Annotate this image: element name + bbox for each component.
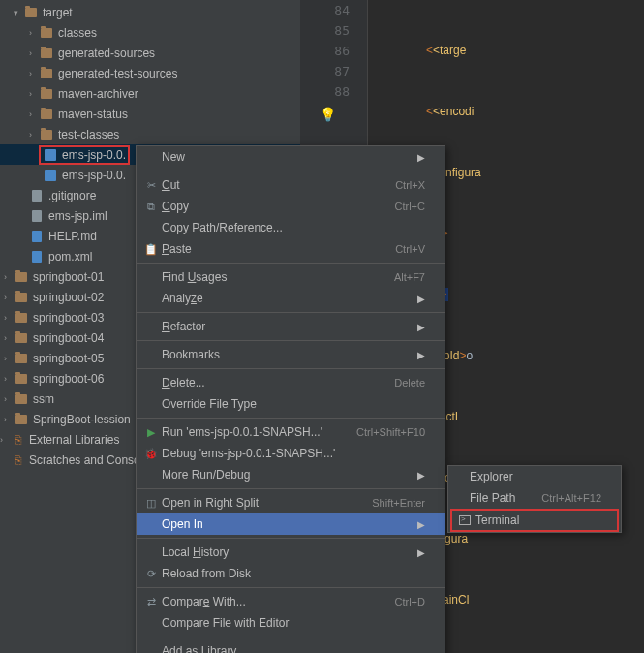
reload-icon: ⟳ bbox=[142, 568, 160, 580]
cut-icon: ✂ bbox=[142, 179, 160, 192]
tree-label: target bbox=[43, 6, 73, 19]
menu-run[interactable]: ▶Run 'ems-jsp-0.0.1-SNAPSH...'Ctrl+Shift… bbox=[137, 421, 445, 443]
line-number: 88 bbox=[300, 81, 367, 102]
menu-separator bbox=[137, 368, 445, 369]
menu-open-right-split[interactable]: ◫Open in Right SplitShift+Enter bbox=[137, 492, 445, 513]
file-icon bbox=[32, 190, 42, 202]
compare-icon: ⇄ bbox=[142, 596, 160, 608]
tree-label: HELP.md bbox=[48, 230, 97, 243]
tree-label: springboot-04 bbox=[33, 331, 104, 345]
debug-icon: 🐞 bbox=[142, 448, 160, 460]
menu-separator bbox=[137, 171, 445, 171]
menu-separator bbox=[137, 587, 445, 588]
menu-debug[interactable]: 🐞Debug 'ems-jsp-0.0.1-SNAPSH...' bbox=[137, 443, 445, 464]
tree-label: maven-status bbox=[58, 108, 128, 121]
menu-paste[interactable]: 📋PasteCtrl+V bbox=[137, 238, 445, 260]
menu-compare-with[interactable]: ⇄Compare With...Ctrl+D bbox=[137, 591, 445, 612]
tree-folder-test-classes[interactable]: ›test-classes bbox=[0, 124, 300, 144]
jar-icon bbox=[45, 149, 56, 161]
menu-separator bbox=[137, 312, 445, 313]
menu-separator bbox=[137, 418, 445, 419]
menu-reload-from-disk[interactable]: ⟳Reload from Disk bbox=[137, 563, 445, 584]
terminal-icon bbox=[459, 515, 471, 525]
menu-refactor[interactable]: Refactor▶ bbox=[137, 316, 445, 337]
line-number: 86 bbox=[300, 41, 367, 61]
tree-label: springboot-05 bbox=[33, 352, 104, 365]
tree-label: Scratches and Console bbox=[29, 453, 149, 467]
module-icon bbox=[15, 374, 27, 384]
module-icon bbox=[15, 333, 27, 343]
menu-add-as-library[interactable]: Add as Library... bbox=[137, 640, 445, 653]
line-number: 84 bbox=[300, 0, 367, 20]
module-icon bbox=[15, 293, 27, 302]
open-in-submenu: Explorer File PathCtrl+Alt+F12 Terminal bbox=[447, 465, 622, 533]
intention-bulb-icon[interactable]: 💡 bbox=[320, 107, 336, 122]
tree-label: ems-jsp-0.0. bbox=[62, 148, 126, 162]
module-icon bbox=[15, 354, 27, 363]
maven-icon bbox=[32, 251, 42, 263]
menu-bookmarks[interactable]: Bookmarks▶ bbox=[137, 344, 445, 365]
tree-label: SpringBoot-lession bbox=[33, 413, 131, 426]
menu-separator bbox=[137, 488, 445, 489]
tree-label: generated-sources bbox=[58, 47, 155, 60]
submenu-terminal[interactable]: Terminal bbox=[452, 511, 617, 530]
menu-more-run-debug[interactable]: More Run/Debug▶ bbox=[137, 464, 445, 485]
tree-label: pom.xml bbox=[48, 250, 92, 264]
tree-label: generated-test-sources bbox=[58, 67, 177, 80]
tree-folder-maven-status[interactable]: ›maven-status bbox=[0, 104, 300, 124]
tree-folder-classes[interactable]: ›classes bbox=[0, 22, 300, 43]
menu-open-in[interactable]: Open In▶ bbox=[137, 513, 445, 535]
markdown-icon bbox=[32, 231, 42, 242]
menu-copy[interactable]: ⧉CopyCtrl+C bbox=[137, 196, 445, 217]
menu-separator bbox=[137, 538, 445, 539]
file-icon bbox=[32, 210, 42, 222]
tree-label: ems-jsp.iml bbox=[48, 209, 107, 223]
jar-icon bbox=[45, 170, 56, 181]
menu-separator bbox=[137, 637, 445, 637]
tree-folder-generated-sources[interactable]: ›generated-sources bbox=[0, 43, 300, 63]
menu-override-file-type[interactable]: Override File Type bbox=[137, 393, 445, 415]
highlight-box: Terminal bbox=[450, 509, 619, 532]
tree-label: External Libraries bbox=[29, 433, 119, 447]
tree-label: test-classes bbox=[58, 128, 119, 141]
menu-local-history[interactable]: Local History▶ bbox=[137, 542, 445, 563]
split-icon: ◫ bbox=[142, 497, 160, 510]
tree-label: springboot-06 bbox=[33, 372, 104, 386]
menu-find-usages[interactable]: Find UsagesAlt+F7 bbox=[137, 266, 445, 288]
menu-compare-editor[interactable]: Compare File with Editor bbox=[137, 612, 445, 634]
menu-copy-path[interactable]: Copy Path/Reference... bbox=[137, 217, 445, 238]
line-number: 85 bbox=[300, 20, 367, 41]
tree-folder-target[interactable]: ▾target bbox=[0, 2, 300, 22]
menu-delete[interactable]: Delete...Delete bbox=[137, 372, 445, 393]
copy-icon: ⧉ bbox=[142, 201, 160, 213]
tree-label: classes bbox=[58, 26, 97, 40]
menu-separator bbox=[137, 263, 445, 264]
tree-label: springboot-01 bbox=[33, 270, 104, 284]
tree-label: maven-archiver bbox=[58, 87, 138, 101]
tree-folder-maven-archiver[interactable]: ›maven-archiver bbox=[0, 83, 300, 104]
tree-label: .gitignore bbox=[48, 189, 96, 202]
paste-icon: 📋 bbox=[142, 243, 160, 256]
menu-analyze[interactable]: Analyze▶ bbox=[137, 288, 445, 309]
menu-new[interactable]: New▶ bbox=[137, 146, 445, 168]
module-icon bbox=[15, 313, 27, 323]
run-icon: ▶ bbox=[142, 426, 160, 439]
module-icon bbox=[15, 415, 27, 424]
line-number: 87 bbox=[300, 61, 367, 81]
module-icon bbox=[15, 272, 27, 282]
module-icon bbox=[15, 394, 27, 404]
menu-cut[interactable]: ✂CutCtrl+X bbox=[137, 174, 445, 196]
tree-label: springboot-03 bbox=[33, 311, 104, 325]
tree-label: ems-jsp-0.0. bbox=[62, 169, 126, 182]
tree-label: ssm bbox=[33, 392, 54, 406]
tree-label: springboot-02 bbox=[33, 291, 104, 304]
menu-separator bbox=[137, 340, 445, 341]
submenu-file-path[interactable]: File PathCtrl+Alt+F12 bbox=[448, 487, 621, 509]
tree-folder-generated-test-sources[interactable]: ›generated-test-sources bbox=[0, 63, 300, 83]
context-menu: New▶ ✂CutCtrl+X ⧉CopyCtrl+C Copy Path/Re… bbox=[136, 145, 445, 653]
submenu-explorer[interactable]: Explorer bbox=[448, 466, 621, 487]
